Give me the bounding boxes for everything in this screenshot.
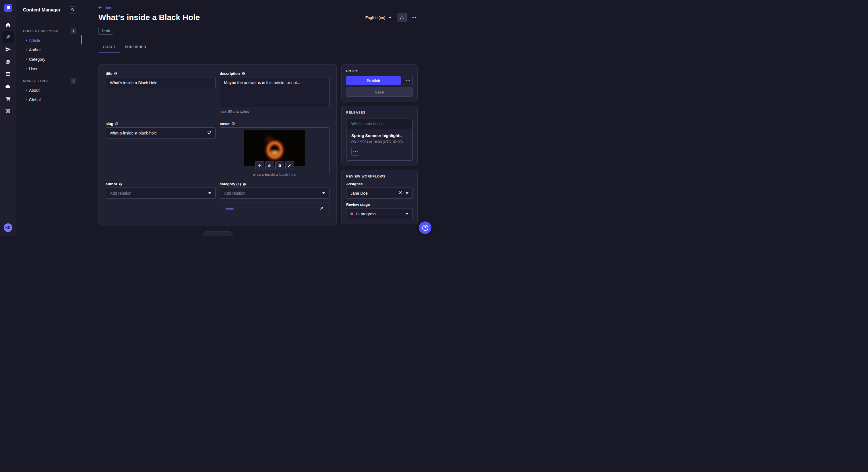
cart-icon [5, 96, 11, 102]
home-icon [5, 22, 11, 28]
copy-link-button[interactable] [265, 161, 274, 170]
close-icon [399, 191, 402, 195]
meta-sidebar: ENTRY Publish Save RELEASES Will be publ… [341, 64, 417, 226]
clear-assignee-button[interactable] [398, 191, 403, 196]
export-button[interactable] [398, 13, 407, 22]
release-more-button[interactable] [351, 148, 360, 156]
relation-link-news[interactable]: news [225, 206, 234, 211]
rail-item-content-type-builder[interactable] [2, 68, 14, 80]
slug-input[interactable] [105, 127, 216, 138]
sidebar-item-user[interactable]: User [16, 64, 82, 73]
single-types-count: 2 [71, 78, 76, 84]
edit-form-card: title description Maybe the answer is in… [98, 64, 337, 226]
sidebar-item-label: Category [29, 57, 45, 62]
entry-panel-title: ENTRY [346, 69, 413, 72]
cloud-icon [5, 83, 11, 89]
rail-item-media-library[interactable] [2, 56, 14, 67]
sidebar-divider [23, 21, 29, 21]
publish-button[interactable]: Publish [346, 76, 401, 85]
status-badge: Draft [98, 27, 113, 35]
bullet-icon [26, 49, 27, 50]
sidebar-item-label: Article [29, 38, 40, 43]
cover-media-box: what-s-inside-a-black-hole [220, 127, 330, 174]
question-mark-icon: ? [422, 225, 428, 231]
stage-status-dot [350, 212, 353, 215]
version-tabs: DRAFT PUBLISHED [98, 42, 418, 53]
description-textarea[interactable]: Maybe the answer is in this article, or … [220, 77, 330, 107]
refresh-icon [207, 130, 211, 135]
help-button[interactable]: ? [419, 222, 431, 234]
author-relation-select[interactable]: Add relation [105, 188, 216, 199]
strapi-logo-icon [4, 4, 12, 12]
review-stage-select[interactable]: In progress [346, 208, 413, 220]
sidebar-item-category[interactable]: Category [16, 55, 82, 64]
collapsed-component-pill[interactable] [204, 231, 232, 236]
title-input[interactable] [105, 77, 216, 88]
assignee-label: Assignee [346, 182, 413, 186]
cover-field-label: cover [220, 122, 230, 126]
globe-icon [119, 182, 122, 186]
category-relation-item: news [220, 202, 330, 215]
chevron-down-icon [406, 193, 408, 194]
sidebar-item-global[interactable]: Global [16, 95, 82, 104]
link-icon [268, 163, 272, 168]
rail-item-marketplace[interactable] [2, 93, 14, 104]
review-workflows-panel: REVIEW WORKFLOWS Assignee Jane Doe Revie… [341, 170, 417, 224]
download-icon [400, 15, 404, 20]
globe-icon [114, 72, 117, 75]
sidebar-item-label: About [29, 88, 40, 93]
bullet-icon [26, 99, 27, 100]
cover-actions [255, 161, 294, 170]
strapi-logo[interactable] [0, 0, 16, 16]
remove-relation-button[interactable] [319, 206, 324, 212]
single-types-label: SINGLE TYPES [23, 79, 49, 82]
rail-item-deploy-cloud[interactable] [2, 80, 14, 92]
cover-image-black-hole[interactable] [244, 130, 305, 166]
tab-draft[interactable]: DRAFT [98, 42, 120, 53]
category-relation-select[interactable]: Add relation [220, 188, 330, 199]
more-icon [406, 80, 410, 81]
assignee-select[interactable]: Jane Doe [346, 188, 413, 199]
slug-field-group: slug [105, 122, 216, 174]
tab-published[interactable]: PUBLISHED [120, 42, 151, 53]
bullet-icon [26, 68, 27, 69]
chevron-down-icon [322, 193, 325, 194]
rail-item-home[interactable] [2, 19, 14, 30]
title-field-label: title [105, 71, 112, 76]
bullet-icon [26, 40, 27, 41]
description-field-group: description Maybe the answer is in this … [220, 71, 330, 113]
main-content: Back What's inside a Black Hole English … [82, 0, 434, 236]
sidebar-item-author[interactable]: Author [16, 45, 82, 55]
save-button[interactable]: Save [346, 88, 413, 97]
category-field-group: category (1) Add relation news [220, 182, 330, 215]
rail-item-settings[interactable] [2, 105, 14, 117]
user-avatar[interactable]: KD [4, 224, 12, 232]
locale-select[interactable]: English (en) [362, 13, 395, 22]
regenerate-slug-button[interactable] [206, 130, 212, 136]
paper-plane-icon [5, 46, 11, 52]
rail-item-releases[interactable] [2, 43, 14, 55]
edit-media-button[interactable] [285, 161, 294, 170]
delete-media-button[interactable] [275, 161, 284, 170]
more-icon [353, 151, 358, 152]
sidebar-item-article[interactable]: Article [16, 36, 82, 45]
cover-filename: what-s-inside-a-black-hole [253, 172, 297, 177]
entry-panel: ENTRY Publish Save [341, 64, 417, 102]
rail-item-content-manager[interactable] [2, 31, 14, 43]
sidebar-item-label: Author [29, 47, 41, 52]
release-date: 09/11/2024 at 16:00 (UTC+02:00) [351, 140, 408, 144]
collection-types-count: 4 [71, 28, 76, 34]
sidebar-item-label: User [29, 67, 38, 71]
section-single-types: SINGLE TYPES 2 About Global [16, 78, 82, 104]
more-actions-button[interactable] [409, 13, 418, 22]
plus-icon [257, 163, 262, 168]
more-icon [412, 17, 416, 18]
back-link[interactable]: Back [98, 6, 113, 10]
add-media-button[interactable] [255, 161, 264, 170]
description-field-label: description [220, 71, 240, 76]
entry-more-button[interactable] [403, 76, 413, 85]
search-button[interactable] [69, 6, 76, 14]
rail-icon-list [2, 19, 14, 117]
sidebar-item-about[interactable]: About [16, 86, 82, 95]
release-card: Will be published in Spring Summer highl… [346, 118, 413, 161]
